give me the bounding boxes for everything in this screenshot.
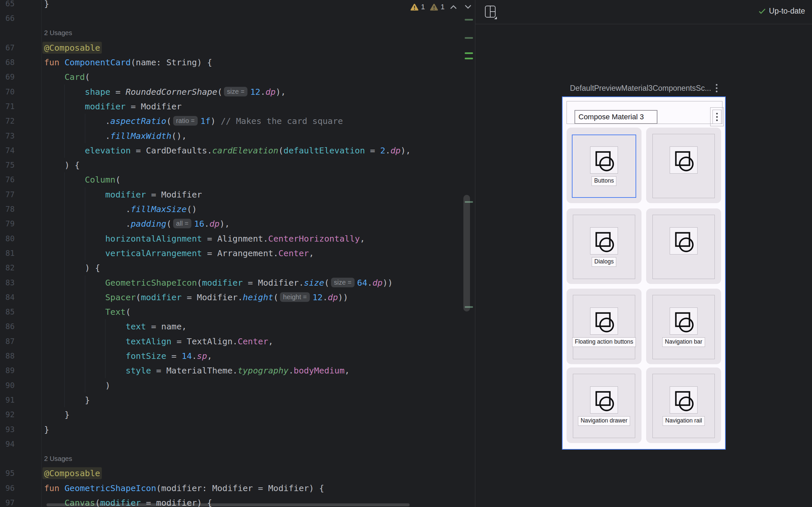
code-line-92[interactable]: 92 } [0, 407, 470, 422]
code-line-77[interactable]: 77 modifier = Modifier [0, 187, 470, 202]
code-line-81[interactable]: 81 verticalArrangement = Arrangement.Cen… [0, 246, 470, 261]
code-line-76[interactable]: 76 Column( [0, 172, 470, 187]
line-number[interactable]: 76 [0, 172, 14, 187]
line-number[interactable]: 71 [0, 99, 14, 114]
code-line-68[interactable]: 68fun ComponentCard(name: String) { [0, 55, 470, 70]
code-line-75[interactable]: 75 ) { [0, 158, 470, 173]
card-label: Navigation bar [662, 337, 705, 347]
line-number[interactable]: 74 [0, 143, 14, 158]
code-line-88[interactable]: 88 fontSize = 14.sp, [0, 349, 470, 363]
component-card-floating-action-buttons[interactable]: Floating action buttons [566, 289, 642, 364]
component-card-navigation-bar[interactable]: Navigation bar [646, 289, 721, 364]
component-card[interactable] [646, 127, 721, 203]
vcs-change-mark [465, 37, 473, 39]
line-number[interactable]: 81 [0, 246, 14, 261]
line-number[interactable]: 70 [0, 84, 14, 99]
component-card[interactable] [646, 209, 721, 284]
line-number[interactable]: 69 [0, 70, 14, 84]
code-line-65[interactable]: 65} [0, 0, 470, 11]
editor-vertical-scrollbar[interactable] [463, 195, 470, 312]
line-number[interactable]: 92 [0, 407, 14, 422]
preview-menu-button[interactable] [710, 107, 724, 126]
code-text: @Composable [44, 466, 100, 481]
line-number[interactable]: 86 [0, 319, 14, 334]
code-line-79[interactable]: 79 .padding(all =16.dp), [0, 216, 470, 231]
preview-app-bar: Compose Material 3 [566, 101, 722, 124]
geometric-shape-icon [670, 147, 697, 173]
line-number[interactable]: 80 [0, 231, 14, 246]
code-line-95[interactable]: 95@Composable [0, 466, 470, 481]
preview-toolbar: Up-to-date [475, 0, 812, 24]
code-line-87[interactable]: 87 textAlign = TextAlign.Center, [0, 334, 470, 349]
code-line-78[interactable]: 78 .fillMaxSize() [0, 202, 470, 217]
line-number[interactable]: 90 [0, 378, 14, 393]
compose-preview-canvas[interactable]: Compose Material 3 ButtonsDialogsFloatin… [562, 97, 726, 450]
code-line-86[interactable]: 86 text = name, [0, 319, 470, 334]
preview-title-field[interactable]: Compose Material 3 [574, 110, 657, 124]
code-line-69[interactable]: 69 Card( [0, 70, 470, 84]
code-line-66[interactable]: 66 [0, 11, 470, 26]
next-issue-chevron-icon[interactable] [464, 5, 472, 9]
code-line-74[interactable]: 74 elevation = CardDefaults.cardElevatio… [0, 143, 470, 158]
code-line-85[interactable]: 85 Text( [0, 304, 470, 320]
line-number[interactable]: 67 [0, 41, 14, 55]
geometric-shape-icon [591, 308, 618, 334]
prev-issue-chevron-icon[interactable] [450, 5, 457, 9]
line-number[interactable]: 77 [0, 187, 14, 202]
vcs-change-mark [465, 52, 473, 54]
line-number[interactable]: 95 [0, 466, 14, 481]
line-number[interactable]: 68 [0, 55, 14, 70]
line-number[interactable]: 94 [0, 437, 14, 451]
component-card-buttons[interactable]: Buttons [566, 127, 642, 203]
code-line-73[interactable]: 73 .fillMaxWidth(), [0, 128, 470, 144]
inspections-widget[interactable]: 1 1 [410, 2, 472, 12]
code-line-82[interactable]: 82 ) { [0, 261, 470, 275]
geometric-shape-icon [591, 387, 618, 413]
line-number[interactable]: 85 [0, 304, 14, 319]
code-line-71[interactable]: 71 modifier = Modifier [0, 99, 470, 114]
code-line-70[interactable]: 70 shape = RoundedCornerShape(size =12.d… [0, 84, 470, 99]
line-number[interactable]: 79 [0, 216, 14, 231]
line-number[interactable]: 91 [0, 393, 14, 407]
weak-warning-count[interactable]: 1 [441, 3, 445, 11]
usages-hint[interactable]: 2 Usages [44, 25, 72, 41]
line-number[interactable]: 96 [0, 481, 14, 495]
component-card-navigation-rail[interactable]: Navigation rail [646, 368, 721, 443]
line-number[interactable]: 97 [0, 495, 14, 507]
line-number[interactable]: 65 [0, 0, 14, 11]
line-number[interactable]: 75 [0, 158, 14, 172]
code-line-91[interactable]: 91 } [0, 393, 470, 408]
code-line-90[interactable]: 90 ) [0, 378, 470, 393]
line-number[interactable]: 93 [0, 422, 14, 437]
editor-horizontal-scrollbar[interactable] [46, 503, 410, 506]
line-number[interactable]: 87 [0, 334, 14, 349]
line-number[interactable]: 82 [0, 261, 14, 275]
line-number[interactable]: 72 [0, 114, 14, 128]
component-card-dialogs[interactable]: Dialogs [566, 209, 642, 284]
component-card-navigation-drawer[interactable]: Navigation drawer [566, 368, 642, 443]
line-number[interactable]: 84 [0, 290, 14, 304]
code-line-80[interactable]: 80 horizontalAlignment = Alignment.Cente… [0, 231, 470, 246]
code-line-83[interactable]: 83 GeometricShapeIcon(modifier = Modifie… [0, 275, 470, 290]
code-line-96[interactable]: 96fun GeometricShapeIcon(modifier: Modif… [0, 481, 470, 496]
warning-count[interactable]: 1 [421, 3, 425, 11]
line-number[interactable]: 78 [0, 202, 14, 216]
code-line-84[interactable]: 84 Spacer(modifier = Modifier.height(hei… [0, 290, 470, 305]
code-line-72[interactable]: 72 .aspectRatio(ratio =1f) // Makes the … [0, 114, 470, 128]
inlay-hint-chip: all = [173, 219, 191, 228]
layout-editor-icon[interactable] [484, 5, 498, 20]
line-number[interactable]: 83 [0, 275, 14, 290]
line-number[interactable]: 89 [0, 363, 14, 378]
code-line-93[interactable]: 93} [0, 422, 470, 437]
line-number[interactable]: 88 [0, 349, 14, 363]
code-text: shape = RoundedCornerShape(size =12.dp), [44, 84, 286, 99]
line-number[interactable]: 66 [0, 11, 14, 25]
usages-hint[interactable]: 2 Usages [44, 451, 72, 466]
code-editor[interactable]: 65}662 Usages67@Composable68fun Componen… [0, 0, 475, 507]
preview-title-kebab-icon[interactable] [715, 83, 718, 93]
code-line-67[interactable]: 67@Composable [0, 41, 470, 55]
code-line-94[interactable]: 94 [0, 437, 470, 452]
code-line-89[interactable]: 89 style = MaterialTheme.typography.body… [0, 363, 470, 378]
code-text: elevation = CardDefaults.cardElevation(d… [44, 143, 411, 158]
line-number[interactable]: 73 [0, 128, 14, 143]
